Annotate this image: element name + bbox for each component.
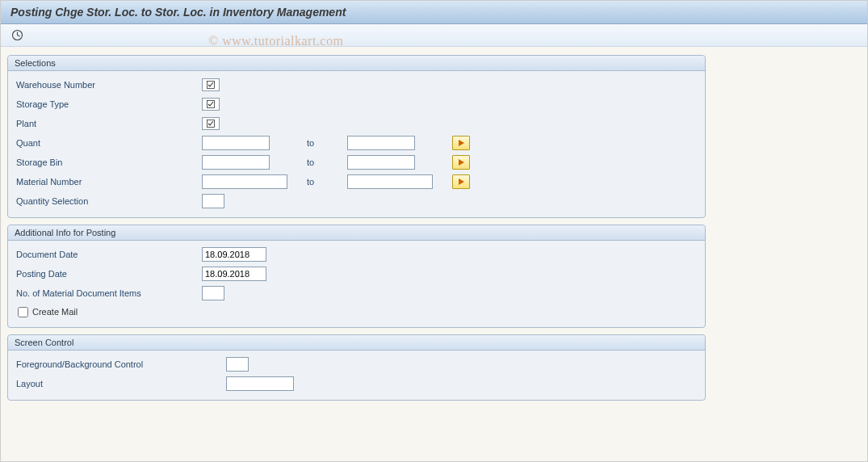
label-storage-bin: Storage Bin — [16, 158, 202, 167]
group-screen-control: Screen Control Foreground/Background Con… — [7, 334, 706, 401]
row-material-number: Material Number to — [16, 172, 697, 191]
quant-from-input[interactable] — [202, 136, 270, 150]
material-number-to-input[interactable] — [347, 174, 433, 189]
row-layout: Layout — [16, 374, 697, 393]
layout-input[interactable] — [226, 376, 294, 391]
group-selections: Selections Warehouse Number Storage Type — [7, 55, 706, 218]
title-bar: Posting Chge Stor. Loc. to Stor. Loc. in… — [1, 1, 867, 24]
label-document-date: Document Date — [16, 250, 202, 259]
plant-required-indicator[interactable] — [202, 117, 220, 130]
toolbar — [1, 24, 867, 47]
quant-multiple-selection-button[interactable] — [452, 136, 470, 150]
posting-date-input[interactable] — [202, 267, 266, 281]
material-number-from-input[interactable] — [202, 174, 287, 189]
arrow-right-icon — [459, 140, 464, 146]
label-to-quant: to — [307, 138, 347, 148]
warehouse-number-required-indicator[interactable] — [202, 78, 220, 91]
label-quantity-selection: Quantity Selection — [16, 196, 202, 206]
window-title: Posting Chge Stor. Loc. to Stor. Loc. in… — [10, 6, 346, 19]
label-storage-type: Storage Type — [16, 99, 202, 109]
arrow-right-icon — [459, 159, 464, 166]
fg-bg-input[interactable] — [226, 357, 249, 372]
label-no-items: No. of Material Document Items — [16, 288, 202, 298]
storage-bin-from-input[interactable] — [202, 155, 270, 170]
label-material-number: Material Number — [16, 177, 202, 187]
label-to-material-number: to — [307, 177, 347, 187]
group-header-selections: Selections — [8, 56, 705, 71]
label-fg-bg: Foreground/Background Control — [16, 359, 226, 369]
label-plant: Plant — [16, 119, 202, 128]
quantity-selection-input[interactable] — [202, 194, 224, 208]
svg-line-2 — [17, 36, 19, 37]
storage-bin-multiple-selection-button[interactable] — [452, 155, 470, 170]
label-to-storage-bin: to — [307, 158, 347, 167]
material-number-multiple-selection-button[interactable] — [452, 174, 470, 189]
group-header-screen-control: Screen Control — [8, 335, 705, 351]
label-posting-date: Posting Date — [16, 269, 202, 279]
group-posting: Additional Info for Posting Document Dat… — [7, 225, 706, 328]
storage-bin-to-input[interactable] — [347, 155, 415, 170]
quant-to-input[interactable] — [347, 136, 415, 150]
execute-button[interactable] — [9, 28, 25, 43]
label-quant: Quant — [16, 138, 202, 148]
create-mail-checkbox[interactable] — [18, 307, 28, 317]
row-create-mail: Create Mail — [16, 303, 697, 321]
arrow-right-icon — [459, 178, 464, 185]
label-layout: Layout — [16, 379, 226, 388]
row-plant: Plant — [16, 114, 697, 133]
clock-execute-icon — [11, 29, 23, 41]
group-header-posting: Additional Info for Posting — [8, 225, 705, 241]
required-check-icon — [207, 81, 215, 89]
row-warehouse-number: Warehouse Number — [16, 75, 697, 94]
row-fg-bg: Foreground/Background Control — [16, 355, 697, 374]
row-storage-type: Storage Type — [16, 94, 697, 114]
row-document-date: Document Date — [16, 245, 697, 264]
document-date-input[interactable] — [202, 247, 266, 262]
row-quantity-selection: Quantity Selection — [16, 191, 697, 211]
storage-type-required-indicator[interactable] — [202, 98, 220, 111]
no-items-input[interactable] — [202, 286, 224, 300]
label-warehouse-number: Warehouse Number — [16, 80, 202, 90]
required-check-icon — [207, 120, 215, 128]
row-posting-date: Posting Date — [16, 264, 697, 284]
content-area: Selections Warehouse Number Storage Type — [1, 47, 867, 409]
row-no-items: No. of Material Document Items — [16, 284, 697, 303]
row-quant: Quant to — [16, 133, 697, 153]
label-create-mail: Create Mail — [32, 307, 78, 317]
required-check-icon — [207, 100, 215, 108]
row-storage-bin: Storage Bin to — [16, 153, 697, 172]
